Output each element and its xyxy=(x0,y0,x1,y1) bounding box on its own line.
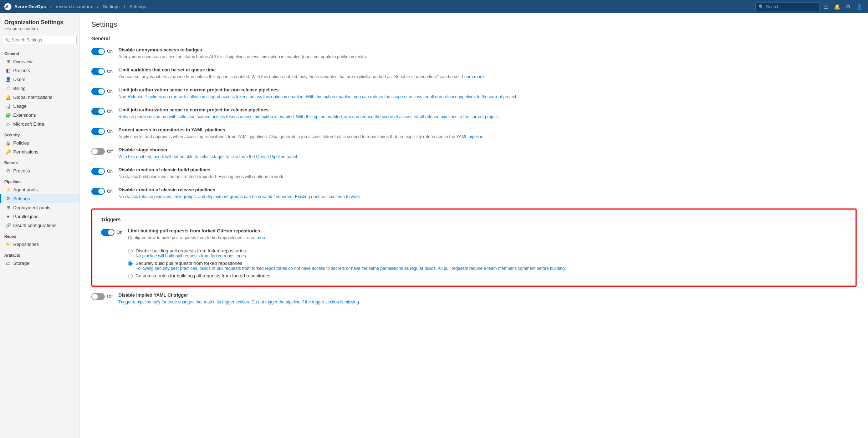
users-icon: 👤 xyxy=(5,77,11,82)
yaml-pipeline-link[interactable]: YAML pipeline xyxy=(456,134,483,139)
user-icon[interactable]: 👤 xyxy=(855,2,864,11)
section-label-pipelines: Pipelines xyxy=(0,175,80,185)
radio-option-disable-fork: Disable building pull requests from fork… xyxy=(128,248,847,258)
setting-job-auth-non-release: On Limit job authorization scope to curr… xyxy=(91,87,857,100)
sidebar-search-input[interactable] xyxy=(3,36,77,44)
toggle-label-anonymous: On xyxy=(107,49,113,54)
sidebar-item-settings[interactable]: ⚙ Settings xyxy=(0,194,80,203)
bell-icon[interactable]: 🔔 xyxy=(833,2,842,11)
sidebar-item-label: Usage xyxy=(13,104,27,109)
toggle-classic-build[interactable] xyxy=(91,168,105,175)
fork-pr-radio-group: Disable building pull requests from fork… xyxy=(128,248,847,278)
sidebar-item-deployment-pools[interactable]: ⊞ Deployment pools xyxy=(0,203,80,212)
global-search-input[interactable] xyxy=(766,4,816,9)
radio-option-customize-fork: Customize rules for building pull reques… xyxy=(128,273,847,278)
menu-icon[interactable]: ☰ xyxy=(822,2,830,11)
deployment-pools-icon: ⊞ xyxy=(5,205,11,210)
permissions-icon: 🔑 xyxy=(5,149,11,155)
toggle-yaml-ci[interactable] xyxy=(91,293,105,300)
setting-title-release: Limit job authorization scope to current… xyxy=(118,107,857,112)
learn-more-link-variables[interactable]: Learn more xyxy=(462,74,484,79)
radio-disable-fork[interactable] xyxy=(128,249,133,253)
setting-classic-release: On Disable creation of classic release p… xyxy=(91,187,857,200)
radio-secure-fork[interactable] xyxy=(128,261,133,266)
topbar-breadcrumb1[interactable]: Settings xyxy=(103,4,119,9)
setting-title-yaml-ci: Disable implied YAML CI trigger xyxy=(118,292,857,298)
setting-desc-release: Release pipelines can run with collectio… xyxy=(118,114,857,120)
sidebar-item-label: Repositories xyxy=(13,242,39,247)
sidebar-item-label: Storage xyxy=(13,261,30,266)
section-label-general: General xyxy=(0,47,80,57)
topbar-right: 🔍 ☰ 🔔 ⚙ 👤 xyxy=(755,2,864,11)
setting-text-yaml-ci: Disable implied YAML CI trigger Trigger … xyxy=(118,292,857,305)
sidebar-item-agent-pools[interactable]: ⚡ Agent pools xyxy=(0,185,80,194)
toggle-wrap-release: On xyxy=(91,108,113,115)
sidebar-search[interactable]: 🔍 xyxy=(3,36,77,44)
notifications-icon: 🔔 xyxy=(5,95,11,100)
sidebar-item-extensions[interactable]: 🧩 Extensions xyxy=(0,111,80,120)
setting-desc-stage: With this enabled, users will not be abl… xyxy=(118,153,857,160)
sidebar-item-process[interactable]: ⚙ Process xyxy=(0,166,80,175)
topbar-org[interactable]: research-sandbox xyxy=(56,4,93,9)
setting-title-classic-release: Disable creation of classic release pipe… xyxy=(118,187,857,192)
sidebar-item-microsoft-entra[interactable]: ◇ Microsoft Entra xyxy=(0,120,80,129)
billing-icon: ⬡ xyxy=(5,86,11,91)
toggle-wrap-yaml: On xyxy=(91,128,113,135)
toggle-label-classic-release: On xyxy=(107,189,113,194)
sidebar-item-policies[interactable]: 🔒 Policies xyxy=(0,139,80,147)
setting-limit-variables: On Limit variables that can be set at qu… xyxy=(91,67,857,80)
sidebar-item-oauth[interactable]: 🔗 OAuth configurations xyxy=(0,221,80,230)
setting-desc-fork-pr: Configure how to build pull requests fro… xyxy=(128,235,847,241)
sidebar-item-label: Projects xyxy=(13,68,30,73)
toggle-job-auth-non-release[interactable] xyxy=(91,88,105,95)
sidebar-item-label: Parallel jobs xyxy=(13,214,39,219)
parallel-jobs-icon: ≡ xyxy=(5,214,11,219)
setting-text-non-release: Limit job authorization scope to current… xyxy=(118,87,857,100)
sidebar-item-global-notifications[interactable]: 🔔 Global notifications xyxy=(0,93,80,102)
sidebar-item-label: Settings xyxy=(13,196,30,201)
sidebar-item-billing[interactable]: ⬡ Billing xyxy=(0,84,80,93)
toggle-protect-yaml[interactable] xyxy=(91,128,105,135)
setting-text-yaml: Protect access to repositories in YAML p… xyxy=(118,127,857,140)
sidebar-item-projects[interactable]: ◧ Projects xyxy=(0,66,80,75)
learn-more-link-fork[interactable]: Learn more xyxy=(245,235,266,240)
sidebar-item-repositories[interactable]: 📁 Repositories xyxy=(0,240,80,249)
page-title: Settings xyxy=(91,20,857,29)
radio-label-secure-fork: Securely build pull requests from forked… xyxy=(136,261,566,266)
setting-title-stage: Disable stage chooser xyxy=(118,147,857,152)
toggle-limit-variables[interactable] xyxy=(91,68,105,75)
radio-customize-fork[interactable] xyxy=(128,274,133,278)
toggle-label-fork-pr: On xyxy=(117,230,122,235)
toggle-classic-release[interactable] xyxy=(91,188,105,195)
main-layout: Organization Settings research-sandbox 🔍… xyxy=(0,13,868,438)
breadcrumb-sep-3: / xyxy=(124,4,125,9)
toggle-job-auth-release[interactable] xyxy=(91,108,105,115)
oauth-icon: 🔗 xyxy=(5,223,11,228)
section-label-repos: Repos xyxy=(0,230,80,240)
toggle-stage-chooser[interactable] xyxy=(91,148,105,155)
sidebar-item-permissions[interactable]: 🔑 Permissions xyxy=(0,147,80,156)
setting-job-auth-release: On Limit job authorization scope to curr… xyxy=(91,107,857,120)
toggle-anonymous-access[interactable] xyxy=(91,48,105,55)
sidebar-item-storage[interactable]: 🗃 Storage xyxy=(0,259,80,268)
toggle-label-non-release: On xyxy=(107,89,113,94)
repositories-icon: 📁 xyxy=(5,242,11,247)
global-search[interactable]: 🔍 xyxy=(755,2,820,11)
toggle-wrap-anonymous: On xyxy=(91,48,113,55)
extensions-icon: 🧩 xyxy=(5,112,11,118)
setting-stage-chooser: Off Disable stage chooser With this enab… xyxy=(91,147,857,160)
settings-icon[interactable]: ⚙ xyxy=(844,2,852,11)
setting-desc-variables: You can set any variables at queue time … xyxy=(118,74,857,80)
sidebar-item-overview[interactable]: ⊞ Overview xyxy=(0,57,80,66)
setting-text-release: Limit job authorization scope to current… xyxy=(118,107,857,120)
sidebar-item-users[interactable]: 👤 Users xyxy=(0,75,80,84)
toggle-wrap-variables: On xyxy=(91,68,113,75)
radio-label-customize-fork: Customize rules for building pull reques… xyxy=(136,273,270,278)
sidebar-item-parallel-jobs[interactable]: ≡ Parallel jobs xyxy=(0,212,80,221)
section-label-boards: Boards xyxy=(0,156,80,166)
toggle-limit-fork-pr[interactable] xyxy=(101,229,114,236)
sidebar-item-usage[interactable]: 📊 Usage xyxy=(0,102,80,111)
radio-label-disable-fork: Disable building pull requests from fork… xyxy=(136,248,247,253)
topbar-breadcrumb2[interactable]: Settings xyxy=(129,4,146,9)
radio-desc-disable-fork: No pipeline will build pull requests fro… xyxy=(136,253,247,258)
